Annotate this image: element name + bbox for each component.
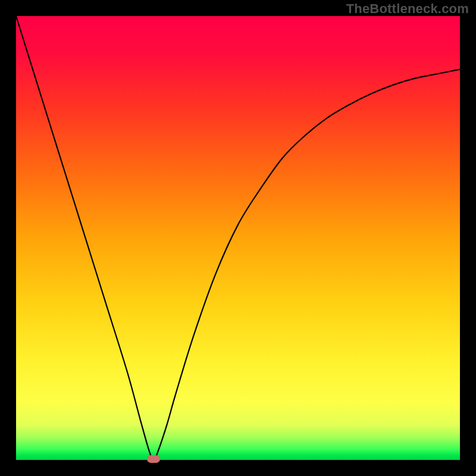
watermark-text: TheBottleneck.com	[346, 1, 469, 17]
bottleneck-curve	[16, 16, 460, 460]
plot-area	[16, 16, 460, 460]
chart-frame: TheBottleneck.com	[0, 0, 476, 476]
minimum-marker	[147, 455, 160, 463]
